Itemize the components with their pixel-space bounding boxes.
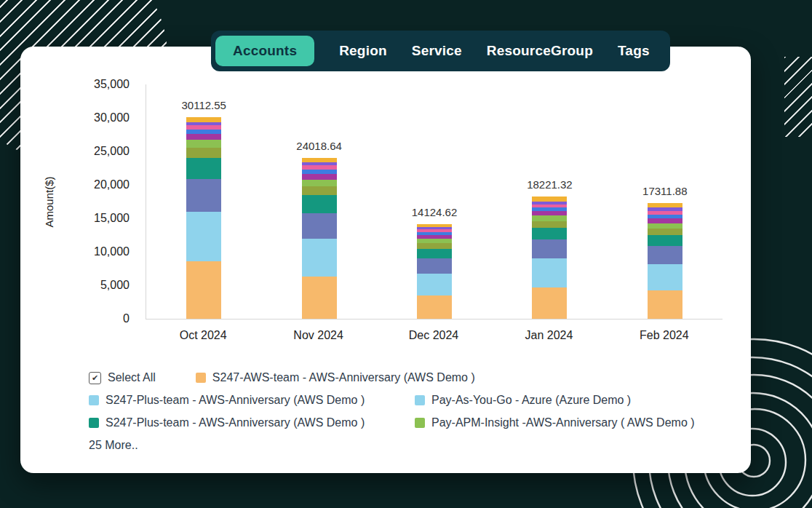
bar-segment[interactable] bbox=[302, 213, 337, 239]
legend-item[interactable]: S247-Plus-team - AWS-Anniversary (AWS De… bbox=[89, 416, 415, 429]
legend-label: S247-Plus-team - AWS-Anniversary (AWS De… bbox=[106, 416, 365, 429]
legend-label: S247-AWS-team - AWS-Anniversary (AWS Dem… bbox=[212, 371, 475, 384]
bar-segment[interactable] bbox=[648, 264, 682, 277]
select-all-label: Select All bbox=[108, 371, 156, 384]
x-axis-label: Jan 2024 bbox=[491, 329, 606, 342]
legend-swatch bbox=[415, 418, 425, 428]
tab-resourcegroup[interactable]: ResourceGroup bbox=[487, 43, 593, 59]
stacked-bar[interactable] bbox=[186, 117, 221, 319]
tab-accounts[interactable]: Accounts bbox=[215, 36, 314, 66]
bar-group: 30112.55 bbox=[146, 84, 261, 319]
y-tick-label: 10,000 bbox=[94, 245, 130, 258]
legend-label: Pay-APM-Insight -AWS-Anniversary ( AWS D… bbox=[431, 416, 695, 429]
bar-segment[interactable] bbox=[532, 228, 567, 239]
y-tick-label: 20,000 bbox=[94, 178, 130, 191]
bar-group: 24018.64 bbox=[261, 84, 376, 319]
bar-segment[interactable] bbox=[532, 258, 567, 271]
y-tick-label: 30,000 bbox=[94, 111, 130, 124]
bar-total-label: 24018.64 bbox=[247, 140, 391, 152]
bar-segment[interactable] bbox=[532, 287, 567, 319]
bar-segment[interactable] bbox=[302, 174, 337, 179]
tab-tags[interactable]: Tags bbox=[618, 43, 650, 59]
legend-row: S247-Plus-team - AWS-Anniversary (AWS De… bbox=[89, 416, 744, 429]
x-axis-label: Nov 2024 bbox=[260, 329, 375, 342]
legend-swatch bbox=[415, 395, 425, 405]
legend-item[interactable]: S247-AWS-team - AWS-Anniversary (AWS Dem… bbox=[196, 371, 475, 384]
bar-segment[interactable] bbox=[302, 186, 337, 195]
hatch-pattern-decoration bbox=[784, 57, 812, 137]
x-axis-label: Dec 2024 bbox=[376, 329, 491, 342]
x-axis-label: Oct 2024 bbox=[146, 329, 260, 342]
bar-segment[interactable] bbox=[648, 235, 682, 246]
bar-segment[interactable] bbox=[302, 195, 337, 213]
bar-segment[interactable] bbox=[186, 179, 221, 212]
bar-total-label: 17311.88 bbox=[593, 185, 737, 197]
bar-total-label: 14124.62 bbox=[362, 206, 506, 218]
bar-segment[interactable] bbox=[532, 272, 567, 287]
bar-segment[interactable] bbox=[648, 290, 682, 319]
stacked-bar[interactable] bbox=[532, 197, 567, 319]
tab-service[interactable]: Service bbox=[412, 43, 462, 59]
y-axis: 05,00010,00015,00020,00025,00030,00035,0… bbox=[63, 84, 138, 319]
y-tick-label: 15,000 bbox=[94, 212, 130, 225]
bar-segment[interactable] bbox=[417, 258, 452, 274]
bar-segment[interactable] bbox=[186, 148, 221, 158]
y-tick-label: 5,000 bbox=[100, 279, 130, 292]
bar-segment[interactable] bbox=[417, 274, 452, 284]
stacked-bar[interactable] bbox=[417, 224, 452, 319]
chart-card: Amount($) 05,00010,00015,00020,00025,000… bbox=[20, 47, 751, 473]
y-axis-title: Amount($) bbox=[43, 176, 55, 227]
y-tick-label: 0 bbox=[123, 312, 130, 325]
plot-area: 30112.5524018.6414124.6218221.3217311.88 bbox=[146, 84, 723, 320]
select-all-checkbox[interactable]: ✔Select All bbox=[89, 371, 156, 384]
legend-label: S247-Plus-team - AWS-Anniversary (AWS De… bbox=[106, 394, 365, 407]
bar-segment[interactable] bbox=[186, 261, 221, 319]
y-tick-label: 25,000 bbox=[94, 145, 130, 158]
legend-label: Pay-As-You-Go - Azure (Azure Demo ) bbox=[431, 394, 631, 407]
dimension-tab-bar: Accounts Region Service ResourceGroup Ta… bbox=[211, 31, 670, 71]
bar-total-label: 30112.55 bbox=[132, 99, 276, 111]
more-legend-link[interactable]: 25 More.. bbox=[89, 439, 138, 452]
bar-segment[interactable] bbox=[302, 256, 337, 277]
bar-segment[interactable] bbox=[648, 223, 682, 229]
bar-segment[interactable] bbox=[186, 158, 221, 179]
tab-region[interactable]: Region bbox=[339, 43, 387, 59]
legend-swatch bbox=[89, 395, 99, 405]
bar-segment[interactable] bbox=[417, 249, 452, 258]
bar-segment[interactable] bbox=[417, 295, 452, 319]
legend-item[interactable]: Pay-APM-Insight -AWS-Anniversary ( AWS D… bbox=[415, 416, 695, 429]
bar-segment[interactable] bbox=[532, 221, 567, 228]
bar-segment[interactable] bbox=[532, 215, 567, 221]
legend-item[interactable]: S247-Plus-team - AWS-Anniversary (AWS De… bbox=[89, 394, 415, 407]
x-axis-label: Feb 2024 bbox=[607, 329, 722, 342]
legend-row: ✔Select AllS247-AWS-team - AWS-Anniversa… bbox=[89, 371, 744, 384]
x-axis: Oct 2024Nov 2024Dec 2024Jan 2024Feb 2024 bbox=[146, 329, 722, 342]
bar-segment[interactable] bbox=[186, 134, 221, 140]
bar-segment[interactable] bbox=[186, 234, 221, 261]
legend-item[interactable]: Pay-As-You-Go - Azure (Azure Demo ) bbox=[415, 394, 631, 407]
y-tick-label: 35,000 bbox=[94, 78, 130, 91]
y-axis-title-wrap: Amount($) bbox=[39, 84, 58, 319]
bar-segment[interactable] bbox=[302, 277, 337, 319]
bar-segment[interactable] bbox=[417, 284, 452, 295]
legend-row: 25 More.. bbox=[89, 439, 744, 452]
stacked-bar[interactable] bbox=[302, 158, 337, 319]
legend-row: S247-Plus-team - AWS-Anniversary (AWS De… bbox=[89, 394, 744, 407]
bar-segment[interactable] bbox=[648, 246, 682, 264]
bar-group: 17311.88 bbox=[608, 84, 723, 319]
bar-segment[interactable] bbox=[648, 277, 682, 290]
bar-segment[interactable] bbox=[302, 180, 337, 186]
legend-swatch bbox=[89, 418, 99, 428]
bar-segment[interactable] bbox=[186, 212, 221, 234]
bar-segment[interactable] bbox=[417, 243, 452, 249]
legend-swatch bbox=[196, 373, 206, 383]
legend: ✔Select AllS247-AWS-team - AWS-Anniversa… bbox=[89, 371, 744, 452]
bar-segment[interactable] bbox=[302, 239, 337, 257]
bar-group: 18221.32 bbox=[492, 84, 607, 319]
bar-group: 14124.62 bbox=[377, 84, 492, 319]
checkbox-icon: ✔ bbox=[89, 372, 101, 384]
bar-segment[interactable] bbox=[648, 229, 682, 235]
stacked-bar[interactable] bbox=[648, 203, 682, 319]
bar-segment[interactable] bbox=[532, 239, 567, 259]
bar-segment[interactable] bbox=[186, 140, 221, 148]
